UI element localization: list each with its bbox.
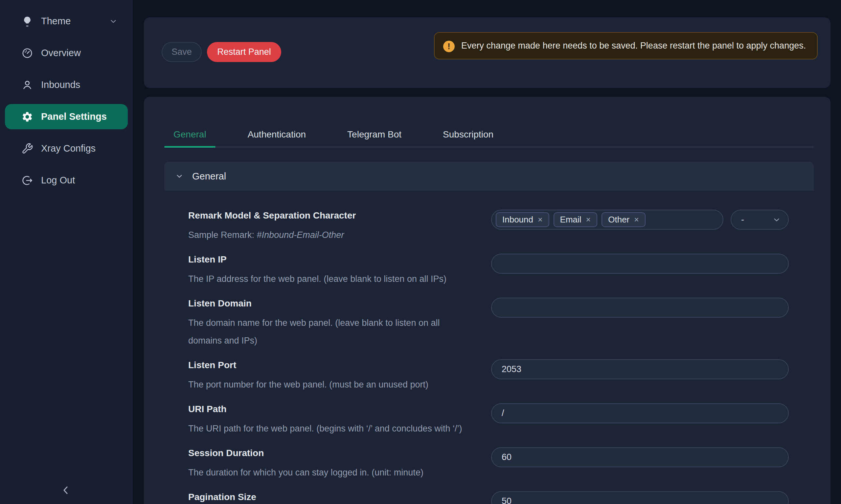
tag-inbound: Inbound × — [496, 212, 549, 227]
tag-other: Other × — [601, 212, 646, 227]
sidebar-collapse-button[interactable] — [55, 480, 76, 501]
sidebar-item-label: Panel Settings — [41, 111, 107, 122]
field-label: Session Duration — [188, 447, 471, 459]
toolbar-card: Save Restart Panel ! Every change made h… — [144, 17, 830, 88]
field-label: Remark Model & Separation Character — [188, 210, 471, 221]
field-label: Listen IP — [188, 254, 471, 266]
logout-icon — [21, 175, 33, 186]
separation-character-select[interactable]: - — [731, 210, 789, 230]
general-collapse: General Remark Model & Separation Charac… — [164, 162, 814, 504]
field-label: URI Path — [188, 403, 471, 415]
tab-telegram-bot[interactable]: Telegram Bot — [338, 130, 411, 147]
tab-subscription[interactable]: Subscription — [434, 130, 503, 147]
form-row-remark-model: Remark Model & Separation Character Samp… — [188, 210, 789, 244]
form-row-session-duration: Session Duration The duration for which … — [188, 447, 789, 481]
listen-domain-input[interactable] — [491, 298, 789, 318]
chevron-left-icon — [59, 484, 72, 497]
chevron-down-icon — [772, 216, 781, 224]
chevron-down-icon — [175, 172, 184, 180]
tag-remove-icon[interactable]: × — [538, 216, 543, 224]
wrench-icon — [21, 143, 33, 155]
form-row-listen-port: Listen Port The port number for the web … — [188, 359, 789, 393]
settings-card: General Authentication Telegram Bot Subs… — [144, 97, 830, 504]
separation-character-value: - — [741, 215, 744, 225]
bulb-icon — [21, 15, 33, 27]
sidebar-item-label: Inbounds — [41, 79, 80, 90]
restart-panel-button[interactable]: Restart Panel — [207, 42, 281, 62]
sidebar-item-label: Xray Configs — [41, 143, 96, 154]
warning-alert-text: Every change made here needs to be saved… — [461, 39, 806, 53]
tab-bar: General Authentication Telegram Bot Subs… — [164, 130, 814, 147]
chevron-down-icon — [109, 17, 118, 26]
sidebar-item-overview[interactable]: Overview — [5, 40, 128, 66]
tag-remove-icon[interactable]: × — [634, 216, 639, 224]
listen-ip-input[interactable] — [491, 254, 789, 274]
sidebar-item-label: Log Out — [41, 175, 75, 186]
dashboard-icon — [21, 47, 33, 59]
tag-remove-icon[interactable]: × — [586, 216, 591, 224]
sidebar-item-log-out[interactable]: Log Out — [5, 168, 128, 193]
settings-form: Remark Model & Separation Character Samp… — [164, 191, 814, 504]
sidebar-item-xray-configs[interactable]: Xray Configs — [5, 136, 128, 161]
sidebar-item-label: Theme — [41, 16, 71, 26]
field-label: Listen Domain — [188, 298, 471, 309]
form-row-pagination-size: Pagination Size — [188, 491, 789, 504]
panel-settings-page: Theme Overview Inbounds — [0, 0, 841, 504]
session-duration-input[interactable] — [491, 447, 789, 467]
pagination-size-input[interactable] — [491, 491, 789, 504]
sidebar: Theme Overview Inbounds — [0, 0, 133, 504]
tag-email: Email × — [553, 212, 598, 227]
field-description: The URI path for the web panel. (begins … — [188, 420, 471, 437]
save-button[interactable]: Save — [161, 42, 202, 62]
field-description: Sample Remark: #Inbound-Email-Other — [188, 226, 471, 244]
tab-authentication[interactable]: Authentication — [239, 130, 315, 147]
field-description: The domain name for the web panel. (leav… — [188, 314, 471, 349]
warning-icon: ! — [443, 41, 455, 52]
sidebar-item-panel-settings[interactable]: Panel Settings — [5, 104, 128, 129]
form-row-listen-ip: Listen IP The IP address for the web pan… — [188, 254, 789, 288]
user-icon — [21, 79, 33, 91]
gear-icon — [21, 111, 33, 123]
field-label: Pagination Size — [188, 491, 471, 503]
field-label: Listen Port — [188, 359, 471, 371]
sidebar-item-label: Overview — [41, 48, 81, 58]
collapse-title: General — [192, 171, 226, 182]
field-description: The port number for the web panel. (must… — [188, 376, 471, 393]
field-description: The duration for which you can stay logg… — [188, 464, 471, 481]
warning-alert: ! Every change made here needs to be sav… — [434, 32, 818, 59]
field-description: The IP address for the web panel. (leave… — [188, 270, 471, 288]
general-collapse-header[interactable]: General — [164, 162, 814, 191]
sidebar-item-inbounds[interactable]: Inbounds — [5, 72, 128, 97]
tab-general[interactable]: General — [164, 130, 216, 147]
remark-model-select[interactable]: Inbound × Email × Other × — [491, 210, 723, 230]
uri-path-input[interactable] — [491, 403, 789, 423]
form-row-listen-domain: Listen Domain The domain name for the we… — [188, 298, 789, 349]
listen-port-input[interactable] — [491, 359, 789, 379]
sidebar-item-theme[interactable]: Theme — [5, 8, 128, 34]
form-row-uri-path: URI Path The URI path for the web panel.… — [188, 403, 789, 437]
